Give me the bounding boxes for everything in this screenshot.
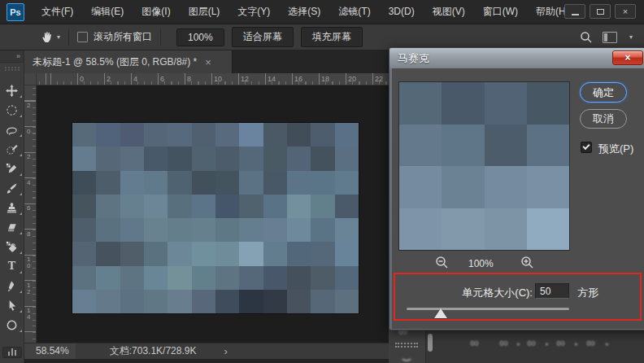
ruler-label: 14 [268, 75, 276, 83]
menu-filter[interactable]: 滤镜(T) [329, 0, 379, 24]
mosaic-cell [144, 290, 168, 313]
eyedropper-tool[interactable] [0, 159, 24, 178]
eraser-tool[interactable] [0, 217, 24, 237]
lasso-tool[interactable] [0, 120, 24, 139]
menu-edit[interactable]: 编辑(E) [82, 0, 133, 24]
ruler-label: 8 [27, 231, 30, 238]
mosaic-cell [485, 166, 527, 208]
status-bar: 58.54% 文档:703.1K/728.9K › [24, 343, 390, 359]
search-icon[interactable] [580, 31, 593, 44]
ruler-label: 6 [27, 205, 30, 212]
brush-tool[interactable] [0, 178, 24, 198]
dialog-close-button[interactable]: × [612, 50, 643, 65]
cancel-button[interactable]: 取消 [580, 109, 627, 129]
paint-bucket-tool[interactable] [0, 237, 24, 256]
panel-grip[interactable] [5, 67, 20, 71]
menu-type[interactable]: 文字(Y) [228, 0, 279, 24]
mosaic-cell [192, 147, 215, 170]
zoom-level-field[interactable]: 58.54% [24, 343, 76, 359]
canvas-area[interactable] [37, 85, 390, 343]
mosaic-cell [311, 218, 334, 242]
menu-window[interactable]: 窗口(W) [474, 0, 527, 24]
status-chevron-icon[interactable]: › [224, 345, 227, 357]
cell-size-slider-track[interactable] [407, 308, 569, 310]
workspace-dropdown-icon[interactable]: ▾ [629, 33, 633, 41]
menu-select[interactable]: 选择(S) [279, 0, 329, 24]
horizontal-ruler[interactable]: 0 2 4 6 8 10 12 14 16 18 20 22 [37, 73, 390, 85]
preview-checkbox[interactable] [581, 142, 592, 153]
mosaic-cell [263, 218, 287, 242]
mosaic-cell [287, 147, 311, 170]
menu-layer[interactable]: 图层(L) [180, 0, 229, 24]
mini-panel-icon[interactable] [2, 347, 22, 358]
mosaic-cell [96, 147, 120, 170]
background-shape [400, 350, 413, 361]
collapse-panel-icon[interactable]: » [0, 50, 24, 63]
path-selection-tool[interactable] [0, 295, 24, 315]
mosaic-cell [399, 166, 442, 208]
fill-screen-button[interactable]: 填充屏幕 [301, 27, 363, 47]
mosaic-cell [215, 123, 239, 147]
zoom-in-icon[interactable] [520, 256, 535, 270]
mosaic-cell [96, 195, 120, 218]
menu-image[interactable]: 图像(I) [133, 0, 179, 24]
mosaic-cell [442, 208, 484, 251]
tab-close-icon[interactable]: × [205, 57, 211, 68]
filter-preview[interactable] [398, 81, 570, 251]
hand-tool-icon[interactable] [41, 30, 54, 44]
menu-bar: Ps 文件(F) 编辑(E) 图像(I) 图层(L) 文字(Y) 选择(S) 滤… [0, 0, 644, 24]
document-tab[interactable]: 未标题-1 @ 58.5% (图层 0, RGB/8#) * × [24, 50, 233, 73]
mosaic-cell [335, 123, 359, 147]
mosaic-cell [311, 266, 334, 290]
background-panels: ∞ ∞ ∞ ▸ ∞ ▸ ∞ ▸ ∞ ▸ [389, 329, 644, 363]
ok-button[interactable]: 确定 [580, 82, 627, 103]
zoom-out-icon[interactable] [435, 256, 450, 270]
type-tool[interactable]: T [0, 256, 24, 276]
close-button[interactable]: × [615, 4, 636, 19]
mosaic-cell [335, 171, 359, 195]
mosaic-cell [96, 290, 120, 313]
fit-screen-button[interactable]: 适合屏幕 [232, 27, 294, 47]
mosaic-cell [144, 218, 168, 242]
mosaic-cell [96, 123, 120, 147]
scroll-all-windows-checkbox[interactable] [77, 32, 88, 42]
mosaic-cell [215, 147, 239, 170]
minimize-button[interactable] [564, 4, 585, 19]
zoom-100-button[interactable]: 100% [176, 28, 224, 46]
mosaic-cell [168, 242, 191, 265]
ellipse-tool[interactable] [0, 315, 24, 335]
dropdown-triangle-icon: ▸ [606, 340, 609, 348]
menu-3d[interactable]: 3D(D) [380, 0, 424, 24]
link-icon: ∞ [470, 335, 479, 349]
clone-stamp-tool[interactable] [0, 198, 24, 217]
mosaic-cell [239, 218, 263, 242]
elliptical-marquee-tool[interactable] [0, 100, 24, 120]
cell-size-input[interactable] [535, 283, 569, 299]
vertical-ruler[interactable]: 2 0 2 4 6 8 1 0 1 2 1 4 [24, 85, 37, 343]
mosaic-cell [96, 218, 120, 242]
ruler-label: 2 [107, 75, 111, 83]
mosaic-cell [144, 195, 168, 218]
mosaic-cell [311, 123, 334, 147]
cell-size-slider-thumb[interactable] [434, 308, 447, 318]
tool-dropdown-icon[interactable]: ▾ [57, 33, 60, 41]
pen-tool[interactable] [0, 276, 24, 295]
ruler-label: 8 [187, 75, 191, 83]
ps-logo-icon: Ps [7, 3, 24, 21]
mosaic-cell [239, 266, 263, 290]
mosaic-cell [215, 266, 239, 290]
menu-view[interactable]: 视图(V) [424, 0, 474, 24]
quick-selection-tool[interactable] [0, 139, 24, 159]
mosaic-cell [263, 290, 287, 313]
workspace-panel-icon[interactable] [603, 32, 617, 43]
mosaic-cell [120, 195, 144, 218]
move-tool[interactable] [0, 81, 24, 100]
menu-file[interactable]: 文件(F) [33, 0, 82, 24]
mosaic-cell [263, 242, 287, 265]
mosaic-cell [144, 242, 168, 265]
document-size-info: 文档:703.1K/728.9K [110, 344, 197, 358]
mosaic-cell [239, 195, 263, 218]
scrollbar-thumb[interactable] [428, 334, 433, 352]
maximize-button[interactable] [590, 4, 611, 19]
document-tab-title: 未标题-1 @ 58.5% (图层 0, RGB/8#) * [33, 55, 197, 69]
